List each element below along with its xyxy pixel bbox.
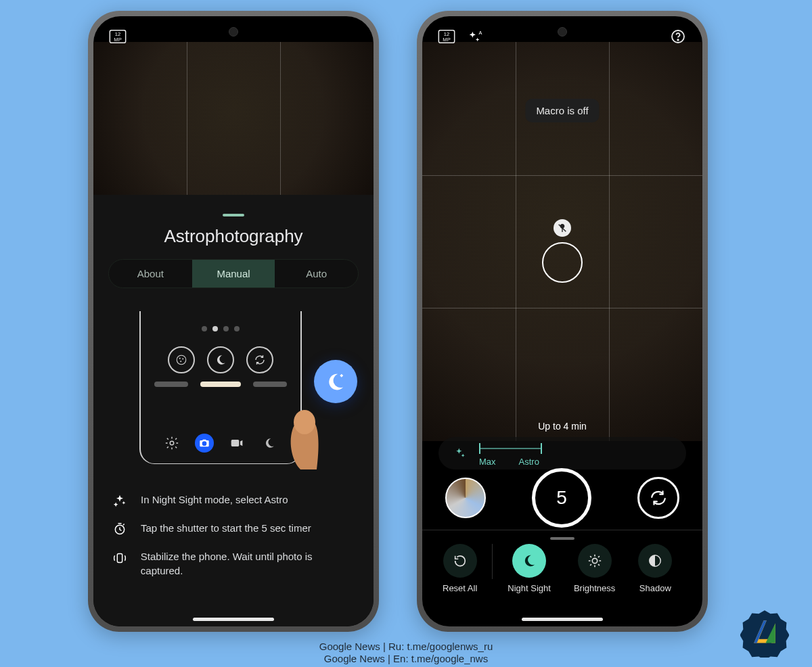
tip-row: In Night Sight mode, select Astro — [110, 486, 357, 514]
shelf-label: Night Sight — [508, 583, 551, 593]
shadow-icon — [638, 544, 672, 578]
slider-lit — [200, 382, 241, 387]
tip-text: In Night Sight mode, select Astro — [141, 492, 288, 507]
moon-icon — [207, 346, 234, 373]
moon-icon — [512, 544, 546, 578]
grid-line — [422, 308, 702, 308]
svg-rect-10 — [117, 554, 122, 563]
shutter-button[interactable]: 5 — [532, 468, 591, 528]
slider-dim — [154, 382, 188, 387]
shelf-label: Brightness — [574, 583, 615, 593]
switch-camera-button[interactable] — [637, 477, 679, 519]
refresh-icon — [246, 346, 273, 373]
row-sliders — [141, 382, 300, 387]
slider-dim — [253, 382, 287, 387]
macro-toast: Macro is off — [525, 99, 599, 122]
focus-indicator[interactable] — [542, 219, 583, 283]
shelf-item-reset[interactable]: Reset All — [443, 544, 477, 593]
exposure-hint: Up to 4 min — [538, 421, 587, 432]
sparkle-icon — [453, 446, 467, 460]
screen-right: 12MP A Macro is off Up to 4 min — [422, 16, 702, 626]
tip-text: Stabilize the phone. Wait until photo is… — [141, 549, 356, 578]
grid-line — [516, 42, 516, 441]
svg-point-5 — [183, 359, 183, 359]
night-icon — [260, 434, 279, 453]
caption-line1: Google News | Ru: t.me/googlenws_ru — [319, 641, 493, 653]
astro-sheet[interactable]: Astrophotography About Manual Auto — [93, 195, 374, 626]
gear-icon — [162, 434, 181, 453]
row-bottom-icons — [141, 434, 300, 453]
reset-icon — [443, 544, 477, 578]
sheet-title: Astrophotography — [108, 226, 359, 247]
svg-point-16 — [677, 39, 679, 41]
shelf-item-shadow[interactable]: Shadow — [638, 544, 672, 593]
camera-icon — [195, 434, 214, 453]
focus-ring — [542, 242, 583, 283]
svg-point-18 — [592, 558, 597, 563]
svg-text:MP: MP — [443, 37, 450, 43]
shelf-item-night-sight[interactable]: Night Sight — [508, 544, 551, 593]
mode-segmented: About Manual Auto — [108, 259, 359, 288]
timer-icon — [111, 521, 129, 536]
svg-point-6 — [181, 361, 181, 362]
phone-left: 12MP Astrophotography About Manual Auto — [88, 11, 379, 632]
tip-row: Tap the shutter to start the 5 sec timer — [110, 514, 357, 543]
shelf-divider — [492, 544, 493, 579]
grid-line — [280, 42, 281, 198]
tip-list: In Night Sight mode, select Astro Tap th… — [108, 482, 359, 584]
finger-illustration — [280, 402, 328, 469]
megapixel-badge[interactable]: 12MP — [108, 27, 127, 46]
brightness-icon — [578, 544, 612, 578]
tip-text: Tap the shutter to start the 5 sec timer — [141, 521, 311, 535]
slider-track[interactable]: Max Astro — [479, 447, 671, 450]
source-badge — [740, 609, 789, 658]
statusbar-left: 12MP — [93, 16, 374, 57]
screen-left: 12MP Astrophotography About Manual Auto — [93, 16, 374, 626]
page-dots — [202, 326, 240, 331]
sparkle-auto-icon[interactable]: A — [466, 27, 484, 46]
grid-line — [422, 175, 702, 176]
svg-point-3 — [177, 355, 186, 365]
caption: Google News | Ru: t.me/googlenws_ru Goog… — [319, 641, 493, 666]
svg-point-8 — [294, 410, 315, 434]
sheet-handle[interactable] — [223, 214, 244, 216]
home-indicator[interactable] — [193, 618, 274, 621]
stage: { "background_color": "#7cb7ee", "left_p… — [0, 0, 812, 667]
svg-text:MP: MP — [114, 37, 121, 43]
video-icon — [227, 434, 246, 453]
svg-point-7 — [170, 441, 174, 445]
svg-text:A: A — [479, 30, 482, 36]
tab-about[interactable]: About — [109, 260, 192, 288]
sparkle-icon — [111, 492, 129, 507]
night-slider[interactable]: Max Astro — [438, 437, 686, 469]
tab-manual[interactable]: Manual — [192, 260, 275, 288]
tab-auto[interactable]: Auto — [275, 260, 358, 288]
stabilize-icon — [111, 549, 129, 566]
megapixel-badge[interactable]: 12MP — [437, 27, 456, 46]
help-icon[interactable] — [669, 27, 687, 46]
shelf-item-brightness[interactable]: Brightness — [574, 544, 615, 593]
grid-line — [609, 42, 610, 441]
statusbar-right: 12MP A — [422, 16, 702, 57]
home-indicator[interactable] — [522, 618, 603, 621]
astro-fab — [314, 360, 357, 403]
shelf-label: Reset All — [443, 583, 477, 593]
viewfinder-left — [93, 42, 374, 198]
row-top-icons — [141, 346, 300, 373]
caption-line2: Google News | En: t.me/google_nws — [319, 653, 493, 666]
macro-off-icon — [554, 219, 571, 237]
tutorial-illustration — [112, 302, 355, 464]
stars-icon — [168, 346, 195, 373]
gallery-thumbnail[interactable] — [445, 478, 486, 518]
shutter-row: 5 — [422, 465, 702, 530]
phone-right: 12MP A Macro is off Up to 4 min — [417, 11, 708, 632]
shelf-row: Reset All Night Sight Brightness Shadow — [422, 544, 702, 593]
shelf-handle[interactable] — [550, 537, 574, 540]
tip-row: Stabilize the phone. Wait until photo is… — [110, 543, 357, 584]
adjustments-shelf[interactable]: Reset All Night Sight Brightness Shadow — [422, 530, 702, 620]
shelf-label: Shadow — [639, 583, 671, 593]
svg-point-4 — [179, 358, 180, 359]
device-outline — [139, 311, 302, 464]
shutter-count: 5 — [556, 487, 567, 509]
grid-line — [187, 42, 187, 198]
